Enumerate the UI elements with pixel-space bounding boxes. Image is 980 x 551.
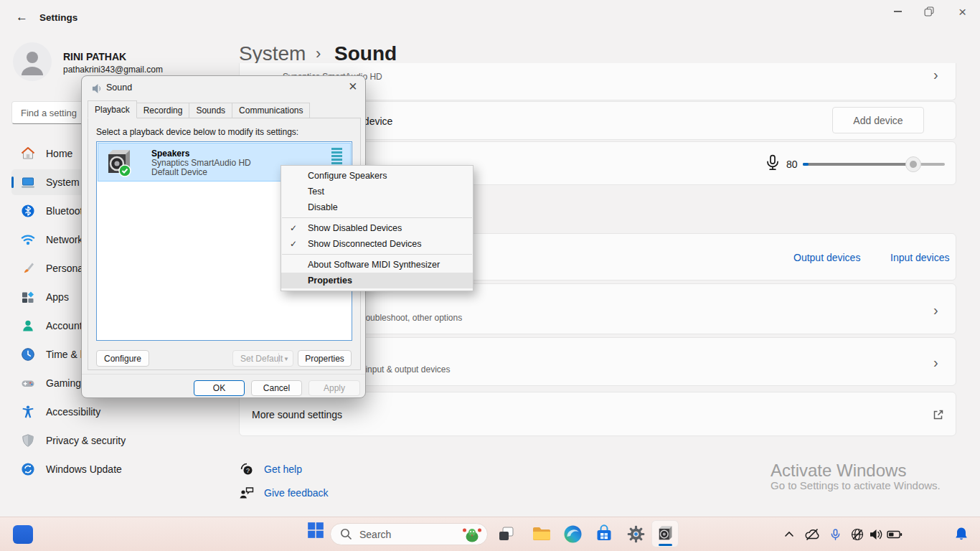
device-desc: Synaptics SmartAudio HD (151, 158, 251, 168)
app-title: Settings (39, 12, 77, 23)
tab-sounds[interactable]: Sounds (189, 103, 232, 118)
widgets-icon (13, 525, 33, 544)
set-default-dropdown-icon[interactable]: ▼ (283, 356, 289, 362)
back-arrow-icon[interactable]: ← (16, 10, 28, 24)
profile-name: RINI PATHAK (63, 51, 126, 62)
windows-start-icon (306, 521, 325, 540)
store-icon (595, 524, 613, 543)
dialog-close-icon[interactable]: × (349, 78, 357, 95)
checkmark-icon: ✓ (290, 223, 297, 233)
device-status: Default Device (151, 167, 207, 177)
chevron-right-icon: › (933, 304, 938, 316)
mic-volume-value: 80 (786, 159, 798, 170)
apply-button[interactable]: Apply (308, 380, 360, 396)
device-name: Speakers (151, 149, 189, 159)
onedrive-tray-button[interactable] (804, 527, 820, 542)
dialog-footer-divider (82, 374, 365, 375)
avatar[interactable] (13, 42, 52, 81)
widgets-button[interactable] (13, 525, 33, 544)
battery-tray-button[interactable] (887, 527, 903, 542)
mic-volume-slider[interactable] (803, 163, 945, 166)
cancel-button[interactable]: Cancel (251, 380, 302, 396)
properties-button[interactable]: Properties (298, 350, 352, 367)
minimize-button[interactable] (890, 11, 905, 12)
menu-item-show-disconnected-devices[interactable]: ✓Show Disconnected Devices (281, 236, 473, 252)
menu-item-test[interactable]: Test (281, 184, 473, 199)
chevron-right-icon: › (933, 69, 938, 80)
activate-windows-watermark: Activate Windows (771, 461, 906, 481)
task-view-icon (497, 524, 516, 543)
mic-in-use-tray-button[interactable] (829, 527, 842, 542)
give-feedback-link[interactable]: Give feedback (264, 487, 329, 499)
edge-button[interactable] (563, 524, 583, 544)
configure-button[interactable]: Configure (96, 350, 149, 367)
sound-dialog-taskbar-button[interactable] (651, 520, 679, 547)
dialog-title: Sound (106, 83, 132, 93)
search-icon (340, 528, 352, 540)
more-sound-settings-row[interactable]: More sound settings (239, 392, 956, 436)
accounts-icon (21, 319, 35, 333)
taskbar-search-box[interactable]: Search (330, 523, 488, 545)
svg-text:?: ? (246, 467, 250, 474)
menu-item-disable[interactable]: Disable (281, 199, 473, 215)
profile-email: pathakrini343@gmail.com (63, 65, 163, 75)
menu-item-properties[interactable]: Properties (281, 273, 473, 288)
tab-communications[interactable]: Communications (232, 103, 310, 118)
sidebar-label: System (46, 176, 80, 188)
notifications-button[interactable] (954, 527, 969, 542)
accessibility-icon (21, 405, 35, 419)
get-help-link[interactable]: Get help (264, 463, 302, 475)
volume-tray-button[interactable] (869, 527, 883, 542)
breadcrumb-parent[interactable]: System (239, 42, 306, 65)
output-devices-link[interactable]: Output devices (793, 252, 860, 263)
person-icon (13, 42, 52, 81)
close-button[interactable]: × (958, 4, 966, 20)
dialog-tab-strip: Playback Recording Sounds Communications (88, 102, 309, 118)
clock-icon (21, 347, 35, 362)
microphone-icon[interactable] (763, 154, 782, 172)
menu-separator (282, 254, 472, 255)
system-icon (21, 175, 35, 189)
sidebar-item-accessibility[interactable]: Accessibility (11, 399, 217, 425)
settings-taskbar-button[interactable] (626, 524, 646, 544)
set-default-button[interactable]: Set Default ▼ (232, 350, 293, 367)
sound-dialog-icon (92, 83, 103, 94)
external-link-icon (932, 408, 945, 421)
brush-icon (21, 261, 35, 276)
start-button[interactable] (306, 521, 325, 540)
add-device-button[interactable]: Add device (832, 107, 924, 133)
cloud-offline-icon (804, 527, 820, 542)
give-feedback-row[interactable]: Give feedback (239, 485, 329, 501)
globe-no-internet-icon (850, 527, 864, 542)
sidebar-item-windows-update[interactable]: Windows Update (11, 456, 217, 482)
tab-playback[interactable]: Playback (88, 100, 137, 118)
device-context-menu: Configure Speakers Test Disable ✓Show Di… (281, 165, 473, 291)
sidebar-label: Gaming (46, 377, 81, 389)
snake-doodle-icon (461, 525, 483, 544)
store-button[interactable] (595, 524, 613, 543)
ok-button[interactable]: OK (194, 380, 245, 396)
gamepad-icon (21, 376, 35, 390)
menu-item-configure-speakers[interactable]: Configure Speakers (281, 168, 473, 184)
sidebar-label: Accessibility (46, 406, 100, 418)
bell-icon (954, 527, 969, 542)
feedback-icon (239, 485, 255, 501)
slider-handle[interactable] (905, 156, 921, 172)
active-window-indicator (659, 544, 672, 546)
checkmark-icon: ✓ (290, 239, 297, 249)
microphone-tray-icon (829, 527, 842, 542)
more-sound-settings-title: More sound settings (252, 409, 342, 420)
restore-button[interactable] (924, 6, 934, 19)
input-devices-link[interactable]: Input devices (890, 252, 950, 263)
task-view-button[interactable] (497, 524, 516, 543)
menu-item-about-midi[interactable]: About Software MIDI Synthesizer (281, 257, 473, 273)
get-help-row[interactable]: ? Get help (239, 461, 302, 477)
file-explorer-button[interactable] (532, 525, 552, 542)
network-tray-button[interactable] (850, 527, 864, 542)
menu-item-show-disabled-devices[interactable]: ✓Show Disabled Devices (281, 220, 473, 236)
tray-expand-button[interactable] (783, 529, 795, 540)
sidebar-label: Privacy & security (46, 435, 126, 446)
sidebar-item-privacy[interactable]: Privacy & security (11, 428, 217, 453)
tab-recording[interactable]: Recording (136, 103, 190, 118)
page-title: Sound (334, 42, 397, 65)
